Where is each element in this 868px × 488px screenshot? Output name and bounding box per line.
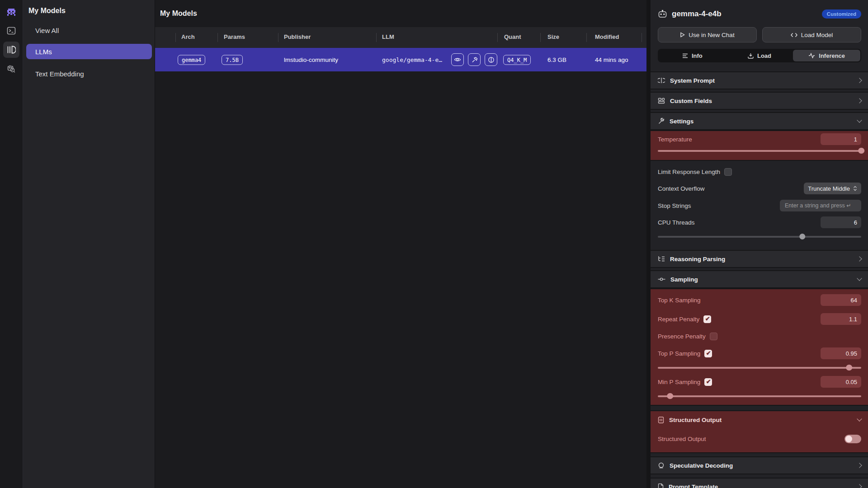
column-header-llm[interactable]: LLM bbox=[382, 33, 394, 40]
column-divider bbox=[278, 33, 278, 42]
button-label: Use in New Chat bbox=[689, 32, 734, 38]
presence-penalty-checkbox[interactable] bbox=[710, 333, 717, 340]
top-p-field: Top P Sampling 0.95 bbox=[658, 345, 861, 361]
sidebar-item-label: Text Embedding bbox=[35, 70, 84, 78]
field-label: Limit Response Length bbox=[658, 169, 720, 175]
params-badge: 7.5B bbox=[222, 56, 243, 63]
vision-icon[interactable] bbox=[451, 53, 464, 66]
top-p-input[interactable]: 0.95 bbox=[821, 347, 861, 359]
top-p-slider[interactable] bbox=[658, 364, 861, 371]
column-header-modified[interactable]: Modified bbox=[595, 33, 619, 40]
column-header-publisher[interactable]: Publisher bbox=[284, 33, 311, 40]
page-title: My Models bbox=[160, 9, 197, 18]
min-p-input[interactable]: 0.05 bbox=[821, 376, 861, 388]
column-divider bbox=[642, 33, 642, 42]
sidebar-item-text-embedding[interactable]: Text Embedding bbox=[26, 66, 152, 81]
quant-badge: Q4_K_M bbox=[503, 56, 531, 63]
tab-inference[interactable]: Inference bbox=[793, 50, 860, 61]
sidebar-item-label: LLMs bbox=[35, 48, 52, 56]
section-settings[interactable]: Settings bbox=[651, 112, 868, 130]
section-label: Prompt Template bbox=[669, 483, 718, 488]
section-reasoning-parsing[interactable]: Reasoning Parsing bbox=[651, 250, 868, 268]
model-table-row[interactable]: gemma4 7.5B lmstudio-community google/ge… bbox=[155, 48, 646, 71]
tab-info[interactable]: Info bbox=[659, 50, 726, 61]
use-in-new-chat-button[interactable]: Use in New Chat bbox=[658, 27, 757, 42]
arch-badge: gemma4 bbox=[178, 56, 205, 63]
temperature-field: Temperature 1 bbox=[651, 130, 868, 161]
temperature-input[interactable]: 1 bbox=[821, 133, 861, 145]
column-divider bbox=[217, 33, 218, 42]
tool-use-icon[interactable] bbox=[468, 53, 481, 66]
structured-output-row: Structured Output bbox=[651, 428, 868, 453]
size-cell: 6.3 GB bbox=[547, 56, 566, 63]
presence-penalty-field: Presence Penalty bbox=[658, 328, 861, 344]
sidebar-item-llms[interactable]: LLMs bbox=[26, 44, 152, 59]
model-title: gemma-4-e4b bbox=[672, 9, 722, 19]
column-divider bbox=[540, 33, 541, 42]
min-p-checkbox[interactable] bbox=[704, 378, 712, 386]
slider-track bbox=[658, 150, 861, 152]
chevron-down-icon bbox=[857, 276, 862, 281]
sampling-icon bbox=[658, 277, 665, 282]
sidebar-item-label: View All bbox=[35, 27, 59, 34]
limit-response-length-field: Limit Response Length bbox=[651, 164, 868, 180]
tab-load[interactable]: Load bbox=[726, 50, 793, 61]
column-header-arch[interactable]: Arch bbox=[181, 33, 195, 40]
slider-knob[interactable] bbox=[667, 393, 673, 399]
section-prompt-template[interactable]: Prompt Template bbox=[651, 478, 868, 488]
temperature-slider[interactable] bbox=[658, 147, 861, 154]
table-header: Arch Params Publisher LLM Quant Size Mod… bbox=[155, 27, 646, 48]
load-model-button[interactable]: Load Model bbox=[762, 27, 861, 42]
slider-knob[interactable] bbox=[858, 148, 864, 154]
chevron-right-icon bbox=[857, 78, 862, 83]
panel-header: gemma-4-e4b Customized bbox=[651, 6, 868, 22]
repeat-penalty-checkbox[interactable] bbox=[703, 315, 711, 323]
top-p-checkbox[interactable] bbox=[704, 350, 712, 357]
section-sampling[interactable]: Sampling bbox=[651, 270, 868, 288]
cpu-threads-slider[interactable] bbox=[658, 233, 861, 239]
section-label: Settings bbox=[670, 118, 693, 125]
temperature-label: Temperature bbox=[658, 136, 692, 143]
slider-knob[interactable] bbox=[799, 234, 806, 240]
tab-label: Inference bbox=[819, 52, 845, 59]
section-structured-output[interactable]: Structured Output bbox=[651, 410, 868, 428]
slider-knob[interactable] bbox=[846, 365, 852, 371]
model-search-icon[interactable] bbox=[3, 61, 19, 77]
repeat-penalty-input[interactable]: 1.1 bbox=[821, 313, 861, 325]
min-p-slider[interactable] bbox=[658, 393, 861, 399]
section-speculative-decoding[interactable]: Speculative Decoding bbox=[651, 456, 868, 474]
system-prompt-icon bbox=[658, 77, 665, 84]
section-custom-fields[interactable]: Custom Fields bbox=[651, 92, 868, 110]
prompt-template-icon bbox=[658, 483, 664, 488]
sidebar-item-view-all[interactable]: View All bbox=[26, 23, 152, 38]
chevron-right-icon bbox=[857, 98, 862, 103]
chevron-right-icon bbox=[857, 256, 862, 261]
structured-output-toggle[interactable] bbox=[844, 435, 861, 443]
models-sidebar: My Models View All LLMs Text Embedding bbox=[23, 0, 155, 488]
robot-icon bbox=[658, 10, 667, 19]
lmstudio-logo-icon[interactable] bbox=[3, 4, 19, 20]
section-system-prompt[interactable]: System Prompt bbox=[651, 71, 868, 89]
customized-badge: Customized bbox=[822, 9, 861, 19]
download-icon bbox=[748, 53, 754, 59]
field-label: Repeat Penalty bbox=[658, 316, 699, 323]
stop-strings-input[interactable] bbox=[780, 200, 861, 211]
split-circle-icon[interactable] bbox=[485, 53, 497, 66]
publisher-cell: lmstudio-community bbox=[284, 56, 338, 63]
terminal-icon[interactable] bbox=[3, 23, 19, 39]
context-overflow-select[interactable]: Truncate Middle bbox=[804, 183, 861, 194]
column-header-params[interactable]: Params bbox=[224, 33, 245, 40]
section-label: Structured Output bbox=[669, 417, 722, 423]
custom-fields-icon bbox=[658, 98, 665, 104]
column-header-quant[interactable]: Quant bbox=[504, 33, 521, 40]
top-k-input[interactable]: 64 bbox=[821, 294, 861, 306]
cpu-threads-input[interactable]: 6 bbox=[821, 216, 861, 228]
field-label: Presence Penalty bbox=[658, 333, 706, 340]
my-models-icon[interactable] bbox=[3, 42, 19, 58]
section-label: Speculative Decoding bbox=[670, 462, 733, 469]
slider-track bbox=[658, 367, 861, 369]
limit-response-length-checkbox[interactable] bbox=[724, 168, 732, 176]
structured-output-icon bbox=[658, 417, 664, 423]
wrench-icon bbox=[658, 118, 665, 125]
column-header-size[interactable]: Size bbox=[547, 33, 559, 40]
